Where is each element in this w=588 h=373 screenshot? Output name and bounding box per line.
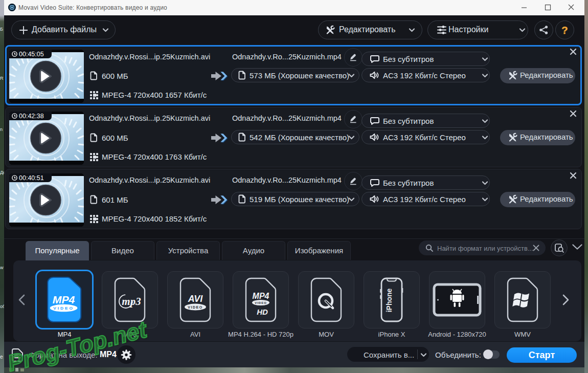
svg-text:VIDEO: VIDEO: [188, 305, 202, 309]
svg-text:VIDEO: VIDEO: [255, 301, 267, 304]
svg-text:HD: HD: [257, 308, 268, 316]
svg-text:VIDEO: VIDEO: [53, 306, 74, 311]
svg-text:AVI: AVI: [188, 294, 203, 304]
svg-text:mp3: mp3: [122, 295, 141, 308]
svg-text:MP4: MP4: [253, 292, 269, 300]
svg-text:MP4: MP4: [53, 294, 75, 305]
svg-text:iPhone: iPhone: [385, 288, 393, 312]
